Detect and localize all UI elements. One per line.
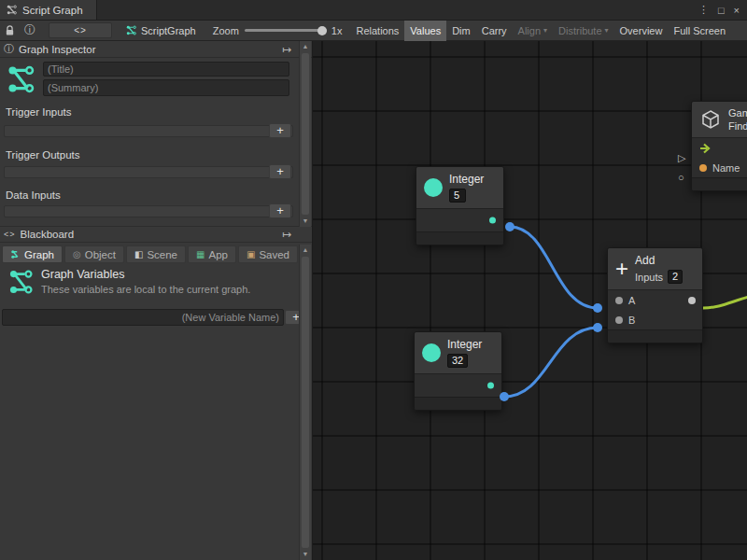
tab-object-label: Object	[85, 249, 116, 260]
inputs-count-field[interactable]: 2	[668, 270, 683, 284]
zoom-slider-track	[245, 29, 327, 32]
carry-button[interactable]: Carry	[476, 21, 513, 41]
node-add[interactable]: + Add Inputs 2 A B	[607, 247, 703, 343]
chevron-down-icon: ▾	[605, 26, 609, 35]
blackboard-scrollbar[interactable]: ▲ ▼	[299, 245, 311, 560]
graph-icon	[5, 63, 36, 95]
wire-int32-to-b[interactable]	[504, 328, 598, 397]
window-controls: ⋮ □ ×	[698, 0, 747, 20]
integer-value-field[interactable]: 32	[447, 354, 468, 368]
object-icon: ◎	[73, 250, 81, 259]
add-data-input-button[interactable]: +	[269, 203, 291, 218]
new-variable-input[interactable]	[2, 309, 284, 326]
overview-button[interactable]: Overview	[614, 21, 669, 41]
values-button[interactable]: Values	[404, 21, 446, 41]
graph-inspector-title: Graph Inspector	[19, 44, 95, 55]
node-footer	[415, 397, 501, 410]
window-maximize-icon[interactable]: □	[718, 5, 725, 16]
blackboard-tabs: Graph ◎ Object ◧ Scene ▦ App ▣ Saved	[2, 245, 298, 264]
scrollbar-thumb[interactable]	[302, 53, 309, 215]
distribute-label: Distribute	[558, 25, 601, 36]
input-port-a[interactable]	[615, 297, 623, 304]
full-screen-button[interactable]: Full Screen	[668, 21, 731, 41]
info-icon: ⓘ	[4, 42, 14, 56]
wire-add-output[interactable]	[703, 297, 747, 308]
control-input-port[interactable]: ▷	[678, 152, 685, 163]
tab-graph-label: Graph	[24, 249, 54, 260]
node-footer	[416, 231, 503, 245]
scroll-down-icon[interactable]: ▼	[300, 549, 311, 560]
trigger-inputs-list	[4, 125, 293, 137]
trigger-outputs-label: Trigger Outputs	[6, 149, 79, 161]
blackboard-title: Blackboard	[21, 229, 75, 240]
tab-saved-label: Saved	[259, 249, 289, 260]
scroll-up-icon[interactable]: ▲	[300, 245, 311, 256]
lock-icon[interactable]	[5, 25, 15, 36]
dock-icon[interactable]: ↦	[282, 43, 291, 56]
data-inputs-label: Data Inputs	[6, 189, 61, 201]
connection-dot[interactable]	[593, 323, 602, 332]
tab-saved[interactable]: ▣ Saved	[238, 245, 298, 263]
input-port-name[interactable]	[699, 164, 707, 172]
graph-inspector-header: ⓘ Graph Inspector ↦	[0, 41, 312, 58]
node-header: Integer 5	[416, 167, 503, 209]
graph-canvas[interactable]: Integer 5 Integer 32	[313, 41, 747, 560]
edit-source-button[interactable]: <>	[49, 22, 112, 38]
zoom-slider[interactable]	[245, 25, 327, 36]
port-b-label: B	[628, 315, 635, 326]
node-footer	[692, 177, 747, 190]
info-icon[interactable]: ⓘ	[24, 22, 35, 38]
window-menu-icon[interactable]: ⋮	[698, 4, 709, 16]
node-header: + Add Inputs 2	[608, 248, 702, 290]
script-graph-window: Script Graph ⋮ □ × ⓘ <> ScriptGraph Z	[0, 0, 747, 560]
tab-object[interactable]: ◎ Object	[64, 245, 124, 263]
tab-graph[interactable]: Graph	[2, 245, 63, 263]
tab-app[interactable]: ▦ App	[188, 245, 236, 263]
integer-value-field[interactable]: 5	[449, 189, 466, 203]
scroll-up-icon[interactable]: ▲	[300, 41, 311, 52]
dim-button[interactable]: Dim	[446, 21, 476, 41]
blackboard-icon: <>	[4, 230, 16, 239]
scene-icon: ◧	[134, 250, 143, 259]
graph-toolbar: ⓘ <> ScriptGraph Zoom 1x Relations Value…	[0, 21, 747, 41]
port-row-name: Name	[692, 158, 747, 177]
graph-summary-input[interactable]	[43, 79, 289, 96]
node-integer-32[interactable]: Integer 32	[414, 331, 502, 411]
output-port[interactable]	[688, 297, 696, 304]
node-footer	[608, 329, 702, 343]
port-name-label: Name	[712, 162, 740, 174]
connection-dot[interactable]	[593, 303, 602, 313]
relations-button[interactable]: Relations	[350, 21, 404, 41]
input-port-b[interactable]	[615, 316, 623, 324]
tab-script-graph[interactable]: Script Graph	[0, 0, 97, 20]
graph-name-field[interactable]: ScriptGraph	[125, 24, 196, 36]
window-close-icon[interactable]: ×	[734, 5, 740, 16]
node-type-label: GameObject	[728, 107, 747, 119]
connection-dot[interactable]	[505, 222, 514, 231]
node-integer-5[interactable]: Integer 5	[416, 166, 504, 245]
align-dropdown[interactable]: Align ▾	[513, 21, 553, 41]
graph-variables-title: Graph Variables	[41, 268, 124, 281]
output-port[interactable]	[489, 217, 496, 224]
scroll-down-icon[interactable]: ▼	[300, 216, 311, 227]
zoom-slider-knob[interactable]	[317, 26, 327, 35]
inspector-scrollbar[interactable]: ▲ ▼	[299, 41, 311, 227]
port-a-label: A	[628, 295, 635, 306]
value-input-port[interactable]: ○	[678, 172, 684, 183]
node-header: Integer 32	[415, 332, 501, 374]
dock-icon[interactable]: ↦	[282, 228, 291, 241]
distribute-dropdown[interactable]: Distribute ▾	[553, 21, 613, 41]
node-title: Integer	[449, 173, 484, 186]
port-row-b: B	[608, 310, 702, 329]
wire-int5-to-a[interactable]	[510, 227, 598, 308]
node-gameobject-find[interactable]: GameObject Find Name	[691, 101, 747, 191]
add-trigger-input-button[interactable]: +	[269, 123, 291, 138]
tab-scene[interactable]: ◧ Scene	[126, 245, 186, 263]
graph-title-input[interactable]	[43, 62, 289, 77]
scrollbar-thumb[interactable]	[302, 257, 309, 548]
window-titlebar: Script Graph ⋮ □ ×	[0, 0, 747, 21]
blackboard-header: <> Blackboard ↦	[0, 226, 312, 243]
add-trigger-output-button[interactable]: +	[269, 164, 291, 179]
output-port[interactable]	[487, 383, 494, 389]
port-row-a: A	[608, 290, 702, 310]
